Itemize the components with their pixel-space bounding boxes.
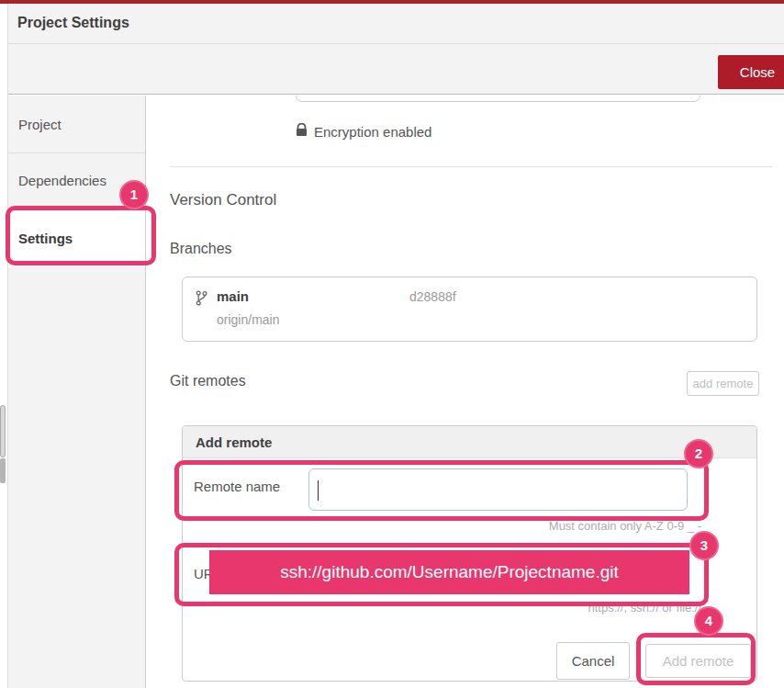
url-input[interactable]: ssh://github.com/Username/Projectname.gi… [209, 550, 689, 594]
close-button[interactable]: Close [718, 55, 784, 89]
sidebar-item-dependencies[interactable]: Dependencies [8, 153, 145, 209]
settings-sidebar: Project Dependencies Settings [8, 96, 146, 688]
project-settings-dialog: Project Settings Close Project Dependenc… [7, 4, 784, 688]
branches-heading: Branches [170, 241, 232, 257]
sidebar-item-label: Dependencies [18, 173, 106, 188]
version-control-heading: Version Control [170, 191, 276, 209]
add-remote-submit-button[interactable]: Add remote [645, 644, 751, 678]
branch-name: main [217, 288, 249, 304]
add-remote-panel: Add remote Remote name Must contain only… [182, 425, 757, 682]
add-remote-panel-title: Add remote [196, 434, 272, 450]
credentials-key-input-partial[interactable] [296, 96, 700, 102]
dialog-toolbar: Close [8, 44, 784, 95]
remote-name-input[interactable] [308, 468, 688, 511]
remote-name-hint: Must contain only A-Z 0-9 _ - [549, 519, 701, 533]
lock-icon [296, 123, 308, 140]
left-scrollbar-segment[interactable] [0, 458, 6, 483]
encryption-status-row: Encryption enabled [296, 123, 431, 140]
cancel-button[interactable]: Cancel [556, 642, 630, 680]
remote-name-label: Remote name [194, 479, 280, 494]
left-gutter [0, 4, 7, 688]
settings-content: Encryption enabled Version Control Branc… [146, 96, 784, 688]
dialog-header: Project Settings [8, 4, 784, 44]
add-remote-panel-header: Add remote [183, 426, 756, 458]
screen: Project Settings Close Project Dependenc… [0, 0, 784, 688]
sidebar-item-project[interactable]: Project [8, 96, 145, 153]
sidebar-item-settings[interactable]: Settings [8, 209, 145, 267]
text-cursor [318, 480, 319, 501]
dialog-body: Project Dependencies Settings Encryption… [8, 96, 784, 688]
branch-remote-tracking: origin/main [217, 312, 279, 327]
git-branch-icon [196, 290, 207, 310]
sidebar-item-label: Settings [18, 231, 73, 246]
encryption-status-text: Encryption enabled [314, 124, 431, 140]
dialog-title: Project Settings [17, 15, 129, 31]
git-remotes-heading: Git remotes [170, 373, 246, 389]
left-scrollbar-thumb[interactable] [0, 405, 6, 457]
branch-commit-hash: d28888f [409, 289, 456, 304]
add-remote-toggle-button[interactable]: add remote [687, 371, 759, 396]
section-divider [170, 166, 772, 167]
sidebar-item-label: Project [18, 117, 62, 132]
branch-row[interactable]: main d28888f origin/main [182, 276, 757, 342]
url-hint: https://, ssh:// or file:// [588, 601, 701, 615]
